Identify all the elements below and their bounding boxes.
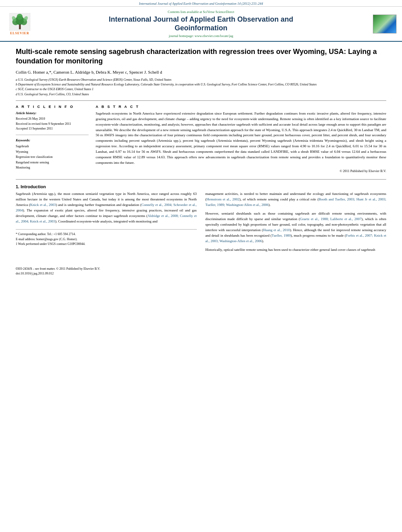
- sciverse-link[interactable]: SciVerse ScienceDirect: [203, 10, 234, 14]
- body-two-col: Sagebrush (Artemisia spp.), the most com…: [16, 191, 386, 256]
- footer-doi: doi:10.1016/j.jag.2011.09.012: [16, 272, 54, 275]
- journal-header: ELSEVIER Contents lists available at Sci…: [0, 7, 402, 42]
- history-label: Article history:: [16, 111, 89, 115]
- homepage-link[interactable]: www.elsevier.com/locate/jag: [195, 34, 233, 38]
- footnote-work: 1 Work performed under USGS contract G10…: [16, 242, 197, 247]
- journal-thumbnail: [368, 15, 396, 33]
- received-date: Received 26 May 2010: [16, 117, 89, 122]
- body-para-3: However, semiarid shrublands such as tho…: [206, 211, 387, 244]
- contents-link: Contents lists available at SciVerse Sci…: [34, 10, 368, 14]
- abstract-column: A B S T R A C T Sagebrush ecosystems in …: [96, 105, 386, 173]
- received-revised-date: Received in revised form 9 September 201…: [16, 122, 89, 127]
- accepted-date: Accepted 13 September 2011: [16, 126, 89, 132]
- body-right-col: management activities, is needed to bett…: [206, 191, 387, 256]
- body-content: 1. Introduction Sagebrush (Artemisia spp…: [16, 179, 386, 256]
- keyword-5: Monitoring: [16, 165, 89, 171]
- keywords-list: Sagebrush Wyoming Regression tree classi…: [16, 144, 89, 171]
- history-dates: Received 26 May 2010 Received in revised…: [16, 117, 89, 132]
- svg-rect-1: [19, 24, 21, 29]
- article-title: Multi-scale remote sensing sagebrush cha…: [16, 47, 386, 66]
- section1-heading: 1. Introduction: [16, 184, 386, 189]
- elsevier-tree-icon: [9, 13, 31, 31]
- affiliation-d: d U.S. Geological Survey, Fort Collins, …: [16, 92, 386, 96]
- copyright-line: © 2011 Published by Elsevier B.V.: [96, 169, 386, 173]
- keyword-2: Wyoming: [16, 149, 89, 155]
- affiliations: a U.S. Geological Survey (USGS) Earth Re…: [16, 78, 386, 96]
- main-content: Multi-scale remote sensing sagebrush cha…: [0, 42, 402, 261]
- journal-main-title: International Journal of Applied Earth O…: [34, 15, 368, 32]
- body-para-2: management activities, is needed to bett…: [206, 191, 387, 208]
- footer-issn: 0303-2434/$ – see front matter. © 2011 P…: [16, 267, 100, 271]
- footnote-corresponding: * Corresponding author. Tel.: +1 605 594…: [16, 232, 197, 237]
- journal-title-center: Contents lists available at SciVerse Sci…: [34, 10, 368, 38]
- affiliation-b: b Department of Ecosystem Science and Su…: [16, 82, 386, 87]
- top-banner: International Journal of Applied Earth O…: [0, 0, 402, 7]
- elsevier-brand-text: ELSEVIER: [10, 32, 29, 35]
- journal-homepage: journal homepage: www.elsevier.com/locat…: [34, 34, 368, 38]
- article-info-label: A R T I C L E I N F O: [16, 105, 89, 109]
- body-para-1: Sagebrush (Artemisia spp.), the most com…: [16, 191, 197, 224]
- abstract-label: A B S T R A C T: [96, 105, 386, 109]
- journal-cover-image: [373, 15, 396, 33]
- keyword-1: Sagebrush: [16, 144, 89, 149]
- article-info-column: A R T I C L E I N F O Article history: R…: [16, 105, 89, 173]
- divider: [16, 135, 89, 135]
- affiliation-c: c SGT, Contractor to the USGS EROS Cente…: [16, 87, 386, 91]
- footnote-email: E-mail address: homer@usgs.gov (C.G. Hom…: [16, 237, 197, 242]
- body-para-4: Historically, optical satellite remote s…: [206, 247, 387, 253]
- page-wrapper: International Journal of Applied Earth O…: [0, 0, 402, 532]
- keywords-label: Keywords:: [16, 138, 89, 142]
- keyword-3: Regression tree classification: [16, 154, 89, 160]
- affiliation-a: a U.S. Geological Survey (USGS) Earth Re…: [16, 78, 386, 82]
- abstract-text: Sagebrush ecosystems in North America ha…: [96, 111, 386, 166]
- banner-text: International Journal of Applied Earth O…: [139, 2, 263, 6]
- article-info-abstract-section: A R T I C L E I N F O Article history: R…: [16, 100, 386, 173]
- authors-text: Collin G. Homer a,*, Cameron L. Aldridge…: [16, 70, 162, 74]
- journal-footer: 0303-2434/$ – see front matter. © 2011 P…: [0, 265, 402, 278]
- keyword-4: Rangeland remote sensing: [16, 160, 89, 165]
- footnotes: * Corresponding author. Tel.: +1 605 594…: [16, 229, 197, 247]
- elsevier-logo: ELSEVIER: [6, 13, 34, 35]
- authors: Collin G. Homer a,*, Cameron L. Aldridge…: [16, 70, 386, 74]
- svg-point-5: [17, 13, 22, 19]
- body-left-col: Sagebrush (Artemisia spp.), the most com…: [16, 191, 197, 256]
